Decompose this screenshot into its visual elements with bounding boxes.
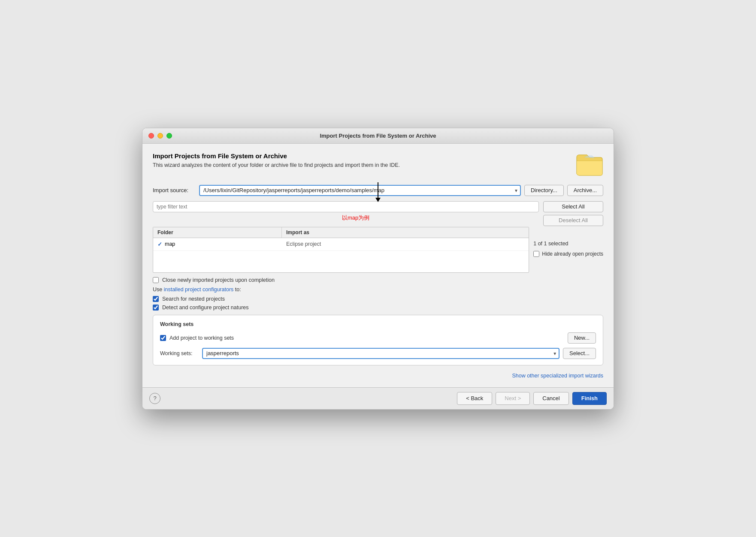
cancel-button[interactable]: Cancel <box>533 392 569 405</box>
dialog-description: This wizard analyzes the content of your… <box>153 162 400 168</box>
deselect-all-button[interactable]: Deselect All <box>543 215 603 226</box>
add-to-working-sets-label: Add project to working sets <box>169 335 564 341</box>
minimize-button[interactable] <box>157 133 163 139</box>
projects-table: Folder Import as ✓ map <box>153 227 529 273</box>
table-row[interactable]: ✓ map Eclipse project <box>153 238 529 251</box>
help-button[interactable]: ? <box>149 393 160 404</box>
nav-buttons: < Back Next > Cancel Finish <box>457 392 607 405</box>
header-section: Import Projects from File System or Arch… <box>153 152 603 176</box>
add-to-working-sets-checkbox[interactable] <box>160 335 166 341</box>
use-row: Use installed project configurators to: <box>153 287 603 293</box>
import-as-value: Eclipse project <box>286 241 321 247</box>
window-title: Import Projects from File System or Arch… <box>320 133 436 139</box>
working-sets-section: Working sets Add project to working sets… <box>153 315 603 365</box>
detect-natures-row: Detect and configure project natures <box>153 305 603 311</box>
detect-natures-checkbox[interactable] <box>153 305 159 311</box>
table-header: Folder Import as <box>153 227 529 238</box>
import-source-input[interactable] <box>199 185 521 196</box>
hide-projects-row: Hide already open projects <box>533 251 603 257</box>
specialized-link-row: Show other specialized import wizards <box>153 370 603 383</box>
detect-natures-label: Detect and configure project natures <box>162 305 249 311</box>
ws-sets-select[interactable]: jasperreports <box>202 348 559 359</box>
import-source-row: Import source: ▼ Directory... Archive... <box>153 185 603 196</box>
right-panel: 1 of 1 selected Hide already open projec… <box>533 227 603 273</box>
side-buttons: Select All Deselect All <box>543 201 603 226</box>
installed-configurators-link[interactable]: installed project configurators <box>164 287 234 293</box>
ws-sets-row: Working sets: jasperreports ▼ Select... <box>160 348 596 359</box>
close-button[interactable] <box>148 133 154 139</box>
ws-add-row: Add project to working sets New... <box>160 332 596 344</box>
archive-button[interactable]: Archive... <box>567 185 603 196</box>
traffic-lights <box>148 133 172 139</box>
row-check-icon: ✓ <box>157 241 162 247</box>
specialized-import-link[interactable]: Show other specialized import wizards <box>512 373 603 379</box>
dialog-content: Import Projects from File System or Arch… <box>142 144 614 387</box>
table-body: ✓ map Eclipse project <box>153 238 529 272</box>
bottom-bar: ? < Back Next > Cancel Finish <box>142 387 614 409</box>
import-source-label: Import source: <box>153 187 196 193</box>
import-source-wrapper: ▼ <box>199 185 521 196</box>
search-nested-row: Search for nested projects <box>153 296 603 302</box>
import-as-column-header: Import as <box>282 227 529 238</box>
search-nested-checkbox[interactable] <box>153 296 159 302</box>
folder-icon <box>576 152 603 176</box>
filter-input[interactable] <box>153 201 539 212</box>
back-button[interactable]: < Back <box>457 392 492 405</box>
dialog-title: Import Projects from File System or Arch… <box>153 152 400 160</box>
folder-column-header: Folder <box>153 227 282 238</box>
close-imported-checkbox[interactable] <box>153 277 159 283</box>
working-sets-title: Working sets <box>160 321 596 327</box>
main-window: Import Projects from File System or Arch… <box>142 128 614 410</box>
bottom-section: Close newly imported projects upon compl… <box>153 277 603 387</box>
folder-cell: ✓ map <box>153 240 282 249</box>
selection-count: 1 of 1 selected <box>533 241 603 247</box>
select-all-button[interactable]: Select All <box>543 201 603 212</box>
hide-projects-label: Hide already open projects <box>542 251 603 257</box>
title-bar: Import Projects from File System or Arch… <box>142 128 614 144</box>
ws-sets-label: Working sets: <box>160 350 199 356</box>
ws-sets-input-wrap: jasperreports ▼ <box>202 348 559 359</box>
close-row: Close newly imported projects upon compl… <box>153 277 603 283</box>
import-as-cell: Eclipse project <box>282 240 529 248</box>
filter-row: Select All Deselect All <box>153 201 603 226</box>
ws-select-button[interactable]: Select... <box>563 348 596 359</box>
hide-projects-checkbox[interactable] <box>533 251 539 257</box>
close-imported-label: Close newly imported projects upon compl… <box>162 277 275 283</box>
folder-name: map <box>165 241 175 247</box>
finish-button[interactable]: Finish <box>572 392 607 405</box>
next-button[interactable]: Next > <box>496 392 530 405</box>
header-text: Import Projects from File System or Arch… <box>153 152 400 168</box>
directory-button[interactable]: Directory... <box>524 185 564 196</box>
ws-new-button[interactable]: New... <box>568 332 596 344</box>
maximize-button[interactable] <box>166 133 172 139</box>
main-area: Folder Import as ✓ map <box>153 227 603 273</box>
search-nested-label: Search for nested projects <box>162 296 225 302</box>
